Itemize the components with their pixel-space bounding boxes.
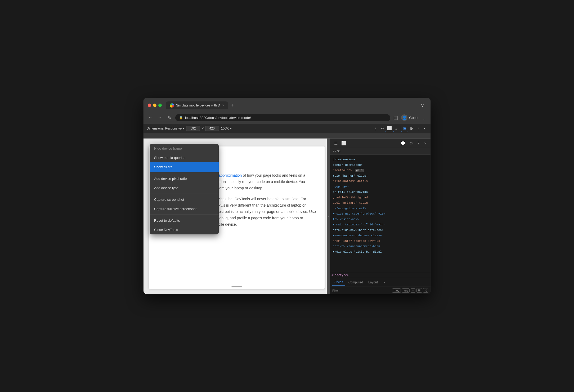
dropdown-divider-1	[150, 173, 219, 173]
dropdown-item-add-device-pixel-ratio[interactable]: Add device pixel ratio	[150, 174, 219, 183]
forward-button[interactable]: →	[156, 114, 164, 121]
new-tab-button[interactable]: +	[228, 101, 236, 109]
dom-line-12: t">…</side-nav>	[332, 217, 429, 222]
refresh-button[interactable]: ↻	[166, 114, 173, 121]
add-filter-button[interactable]: +	[411, 288, 415, 293]
dom-line-9: abel="primary" tabin	[332, 200, 429, 206]
elements-panel-button[interactable]: ☰	[333, 140, 339, 146]
dropdown-item-hide-device-frame[interactable]: Hide device frame	[150, 144, 219, 153]
page-resize-handle[interactable]: · · ·	[327, 139, 330, 294]
styles-tab[interactable]: Styles	[332, 279, 345, 286]
dom-line-5: "line-bottom" data-s	[332, 179, 429, 184]
dom-line-3: 'scaffold'> grid	[332, 168, 429, 173]
dom-line-16: nner--info" storage-key="us	[332, 238, 429, 244]
dom-line-11: ►<side-nav type="project" view	[332, 211, 429, 217]
dom-line-2: banner-dismissed>	[332, 162, 429, 168]
dimensions-label[interactable]: Dimensions: Responsive ▾	[147, 127, 184, 130]
tabs-row: Simulate mobile devices with D × + ∨	[166, 101, 426, 109]
devtools-panel: ☰ ⬜ 💬 ⚙ ⋮ × == $0	[330, 139, 431, 294]
cls-filter-badge[interactable]: .cls	[402, 288, 410, 293]
close-devtools-button[interactable]: ×	[422, 125, 427, 132]
tab-close-button[interactable]: ×	[222, 103, 224, 108]
main-content: # Limitations Think of Device Mode as a …	[144, 133, 431, 294]
dropdown-item-capture-screenshot[interactable]: Capture screenshot	[150, 195, 219, 204]
dropdown-item-reset-to-defaults[interactable]: Reset to defaults	[150, 216, 219, 225]
dom-line-14: data-side-nav-inert data-sear	[332, 228, 429, 233]
browser-tab-active[interactable]: Simulate mobile devices with D ×	[166, 101, 228, 109]
address-bar[interactable]: 🔒 localhost:8080/docs/devtools/device-mo…	[175, 114, 390, 121]
styles-tabs-row: Styles Computed Layout »	[330, 278, 431, 287]
selected-element-text: == $0	[333, 150, 340, 153]
computed-tab[interactable]: Computed	[346, 279, 365, 285]
simulated-page: # Limitations Think of Device Mode as a …	[144, 139, 330, 294]
styles-filter-bar: :hov .cls + ⊞ ◁	[330, 287, 431, 294]
dom-line-1: data-cookies-	[332, 157, 429, 162]
dropdown-item-close-devtools[interactable]: Close DevTools	[150, 225, 219, 234]
browser-window: Simulate mobile devices with D × + ∨ ← →…	[144, 98, 431, 294]
height-input[interactable]	[205, 126, 219, 131]
dom-line-13: ▼<main tabindex="-1" id="main-	[332, 222, 429, 228]
doctype-line: <!doctype>	[330, 272, 431, 278]
styles-filter-input[interactable]	[332, 289, 391, 292]
chevron-button[interactable]: »	[394, 125, 399, 132]
content-with-ruler: # Limitations Think of Device Mode as a …	[144, 133, 431, 294]
minimize-window-button[interactable]	[153, 104, 156, 107]
address-bar-row: ← → ↻ 🔒 localhost:8080/docs/devtools/dev…	[144, 112, 431, 124]
dropdown-item-show-media-queries[interactable]: Show media queries	[150, 153, 219, 162]
back-button[interactable]: ←	[147, 114, 154, 121]
dom-line-7: on-rail role="naviga	[332, 189, 429, 195]
panel-tools: ☰ ⬜	[333, 140, 348, 146]
dropdown-item-capture-full-size-screenshot[interactable]: Capture full size screenshot	[150, 204, 219, 213]
zoom-selector[interactable]: 100% ▾	[221, 127, 232, 130]
settings-button[interactable]: ⚙	[408, 125, 415, 132]
page-bottom-handle[interactable]	[231, 286, 242, 287]
close-window-button[interactable]	[148, 104, 151, 107]
close-panel-button[interactable]: ×	[423, 140, 428, 146]
hov-filter-badge[interactable]: :hov	[392, 288, 401, 293]
network-panel-button[interactable]: ⬜	[340, 140, 348, 146]
traffic-lights	[148, 104, 162, 107]
dropdown-divider-3	[150, 215, 219, 215]
chrome-menu-icon[interactable]: ⋮	[420, 114, 427, 122]
cursor-button[interactable]: ⊹	[379, 125, 385, 132]
dom-line-4: role="banner" class=	[332, 173, 429, 179]
tab-title: Simulate mobile devices with D	[176, 104, 220, 107]
panel-right-icons: 💬 ⚙ ⋮ ×	[399, 140, 428, 146]
dropdown-item-add-device-type[interactable]: Add device type	[150, 183, 219, 193]
more-panel-icon[interactable]: ⋮	[415, 140, 422, 146]
cast-icon[interactable]: ⬚	[392, 114, 399, 122]
more-options-button[interactable]: ⋮	[372, 125, 379, 132]
devtools-panel-header: ☰ ⬜ 💬 ⚙ ⋮ ×	[330, 139, 431, 148]
address-text: localhost:8080/docs/devtools/device-mode…	[185, 116, 251, 120]
more-tabs-button[interactable]: »	[381, 279, 387, 285]
title-bar: Simulate mobile devices with D × + ∨	[144, 98, 431, 112]
profile-button[interactable]: 👤 Guest	[401, 114, 418, 121]
page-and-devtools: # Limitations Think of Device Mode as a …	[144, 139, 431, 294]
dom-line-6: >top-nav>	[332, 184, 429, 190]
dom-tree: data-cookies- banner-dismissed> 'scaffol…	[330, 155, 431, 271]
devtools-toolbar: Dimensions: Responsive ▾ × 100% ▾ ⋮ ⊹ ⬜ …	[144, 124, 431, 133]
tab-favicon-chrome	[170, 103, 174, 108]
avatar-icon: 👤	[401, 114, 407, 121]
panel-button[interactable]: ◉	[401, 125, 408, 132]
maximize-window-button[interactable]	[158, 104, 162, 107]
width-input[interactable]	[186, 126, 200, 131]
dropdown-menu: Hide device frame Show media queries Sho…	[150, 144, 219, 234]
computed-styles-icon[interactable]: ⊞	[416, 288, 422, 293]
filter-badges: :hov .cls + ⊞ ◁	[392, 288, 428, 293]
dropdown-divider-2	[150, 194, 219, 194]
profile-label: Guest	[409, 116, 418, 120]
dropdown-item-show-rulers[interactable]: Show rulers	[150, 162, 219, 172]
toggle-sidebar-icon[interactable]: ◁	[423, 288, 428, 293]
dom-line-8: ;pad-left-200 lg:pad	[332, 195, 429, 201]
devtools-content: == $0 data-cookies- banner-dismissed> 's…	[330, 148, 431, 294]
resize-dots: · · ·	[327, 216, 330, 217]
layout-tab[interactable]: Layout	[366, 279, 380, 285]
dom-line-18: ►<div class="title-bar displ	[332, 249, 429, 255]
device-frame-button[interactable]: ⬜	[385, 125, 394, 132]
console-panel-button[interactable]: 💬	[399, 140, 407, 146]
gear-icon[interactable]: ⚙	[408, 140, 414, 146]
more-panel-button[interactable]: ⋮	[415, 125, 422, 132]
selected-element-bar: == $0	[330, 148, 431, 155]
tab-overflow-button[interactable]: ∨	[419, 101, 426, 109]
